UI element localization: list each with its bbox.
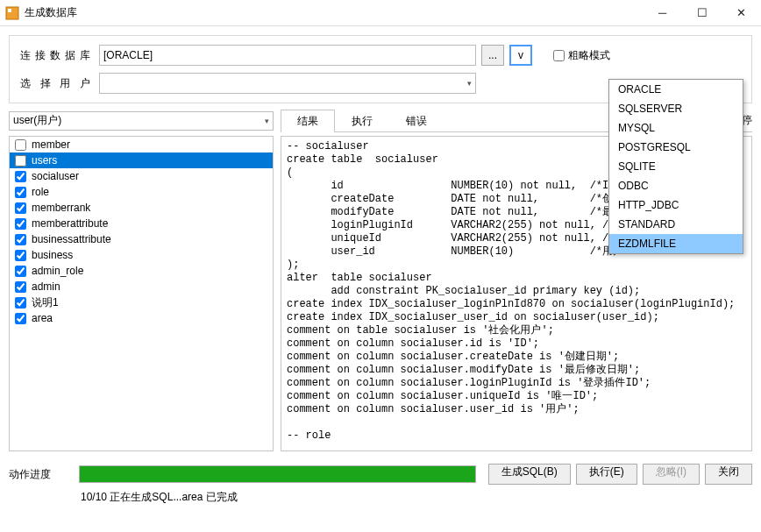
progress-label: 动作进度	[9, 467, 79, 482]
user-select[interactable]: ▾	[99, 73, 476, 94]
list-item[interactable]: member	[10, 137, 273, 153]
table-list[interactable]: memberuserssocialuserrolememberrankmembe…	[9, 136, 274, 451]
conn-input[interactable]: [ORACLE]	[99, 45, 476, 66]
dbtype-dropdown-button[interactable]: v	[509, 45, 532, 66]
dropdown-item[interactable]: STANDARD	[609, 215, 743, 234]
list-item[interactable]: users	[10, 153, 273, 168]
close-button[interactable]: ✕	[722, 0, 761, 26]
chevron-down-icon: ▾	[467, 79, 472, 88]
dbtype-dropdown[interactable]: ORACLESQLSERVERMYSQLPOSTGRESQLSQLITEODBC…	[608, 79, 743, 254]
list-item[interactable]: admin	[10, 279, 273, 294]
dropdown-item[interactable]: EZDMLFILE	[609, 234, 743, 253]
dropdown-item[interactable]: POSTGRESQL	[609, 138, 743, 157]
chevron-down-icon: ▾	[265, 117, 269, 125]
app-icon	[5, 6, 19, 20]
browse-button[interactable]: ...	[481, 45, 504, 66]
progress-bar	[79, 465, 476, 483]
dropdown-item[interactable]: HTTP_JDBC	[609, 195, 743, 215]
bottom-bar: 动作进度 生成SQL(B) 执行(E) 忽略(I) 关闭	[0, 457, 761, 488]
conn-label: 连接数据库	[20, 48, 99, 63]
dropdown-item[interactable]: ODBC	[609, 176, 743, 195]
tab-error[interactable]: 错误	[389, 110, 444, 132]
user-label: 选择用户	[20, 76, 99, 91]
minimize-button[interactable]: ─	[643, 0, 682, 26]
execute-button[interactable]: 执行(E)	[576, 464, 637, 485]
list-item[interactable]: role	[10, 184, 273, 200]
list-item[interactable]: memberrank	[10, 200, 273, 216]
tab-exec[interactable]: 执行	[335, 110, 389, 132]
dropdown-item[interactable]: SQLSERVER	[609, 99, 743, 118]
generate-sql-button[interactable]: 生成SQL(B)	[488, 464, 571, 485]
list-item[interactable]: businessattribute	[10, 231, 273, 247]
titlebar: 生成数据库 ─ ☐ ✕	[0, 0, 761, 26]
dropdown-item[interactable]: SQLITE	[609, 157, 743, 176]
maximize-button[interactable]: ☐	[682, 0, 722, 26]
list-item[interactable]: 说明1	[10, 294, 273, 310]
dropdown-item[interactable]: ORACLE	[609, 80, 743, 99]
rough-mode-checkbox[interactable]: 粗略模式	[553, 48, 610, 63]
list-item[interactable]: socialuser	[10, 168, 273, 184]
list-item[interactable]: area	[10, 310, 273, 326]
list-item[interactable]: business	[10, 247, 273, 263]
tab-result[interactable]: 结果	[281, 110, 335, 132]
table-combo[interactable]: user(用户)▾	[9, 111, 274, 131]
svg-rect-1	[8, 9, 11, 12]
dropdown-item[interactable]: MYSQL	[609, 118, 743, 138]
list-item[interactable]: memberattribute	[10, 216, 273, 231]
status-line: 10/10 正在生成SQL...area 已完成	[0, 488, 761, 512]
window-title: 生成数据库	[25, 5, 643, 20]
close-dialog-button[interactable]: 关闭	[705, 464, 752, 485]
list-item[interactable]: admin_role	[10, 263, 273, 279]
ignore-button[interactable]: 忽略(I)	[643, 464, 700, 485]
